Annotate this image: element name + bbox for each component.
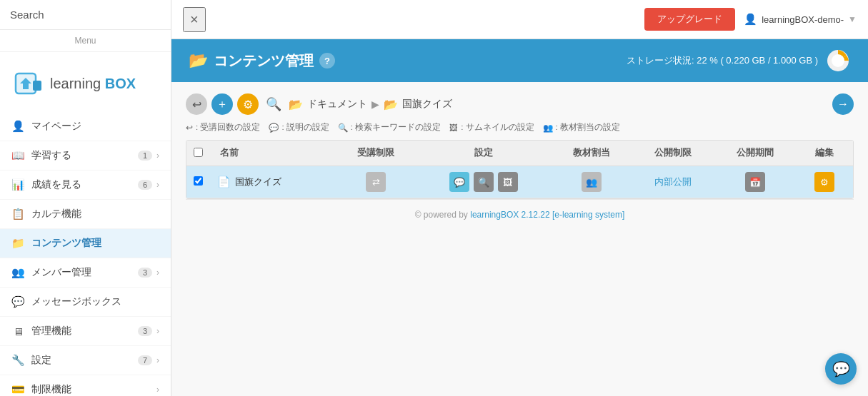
col-edit: 編集 bbox=[796, 141, 853, 166]
legend-icon-4: 🖼 bbox=[449, 123, 458, 132]
legend-row: ↩ : 受講回数の設定 💬 : 説明の設定 🔍 : 検索キーワードの設定 🖼 :… bbox=[186, 122, 854, 133]
chevron-icon: › bbox=[156, 180, 159, 190]
sidebar-item-results[interactable]: 📊 成績を見る 6 › bbox=[0, 171, 171, 200]
keyword-button[interactable]: 🔍 bbox=[474, 172, 494, 192]
sidebar-item-messages[interactable]: 💬 メッセージボックス bbox=[0, 288, 171, 317]
add-button[interactable]: ＋ bbox=[211, 93, 233, 115]
public-restriction-label: 内部公開 bbox=[654, 177, 692, 187]
upgrade-button[interactable]: アップグレード bbox=[644, 8, 735, 31]
page-title: コンテンツ管理 bbox=[214, 51, 314, 71]
table-row: 📄 国旗クイズ ⇄ 💬 🔍 🖼 � bbox=[186, 166, 853, 198]
messages-icon: 💬 bbox=[11, 295, 24, 308]
sidebar-search-label: Search bbox=[0, 0, 171, 30]
search-button[interactable]: 🔍 bbox=[263, 93, 284, 115]
topbar: × アップグレード 👤 learningBOX-demo- ▼ bbox=[171, 0, 868, 39]
description-button[interactable]: 💬 bbox=[449, 172, 469, 192]
chat-bubble[interactable]: 💬 bbox=[825, 353, 857, 385]
storage-text: ストレージ状況: 22 % ( 0.220 GB / 1.000 GB ) bbox=[627, 54, 818, 67]
content-table: 名前 受講制限 設定 教材割当 公開制限 公開期間 編集 📄 bbox=[186, 140, 854, 199]
close-button[interactable]: × bbox=[183, 7, 206, 32]
breadcrumb-folder-icon: 📂 bbox=[289, 98, 303, 111]
user-name: learningBOX-demo- bbox=[762, 14, 844, 25]
quiz-icon: 📄 bbox=[217, 176, 231, 188]
legend-label-2: : 説明の設定 bbox=[281, 122, 329, 133]
assignment-button[interactable]: 👥 bbox=[582, 172, 602, 192]
toolbar-right: → bbox=[832, 93, 854, 115]
navigate-button[interactable]: → bbox=[832, 93, 854, 115]
legend-icon-3: 🔍 bbox=[338, 123, 348, 133]
content-area: ↩ ＋ ⚙ 🔍 📂 ドキュメント ▶ 📂 国旗クイズ → ↩ : 受講回数の設定… bbox=[171, 82, 868, 396]
legend-label-4: : サムネイルの設定 bbox=[461, 122, 534, 133]
footer-text: © powered by bbox=[415, 210, 471, 220]
billing-icon: 💳 bbox=[11, 383, 24, 396]
sidebar-item-billing[interactable]: 💳 制限機能 › bbox=[0, 375, 171, 396]
svg-rect-2 bbox=[33, 81, 41, 91]
help-button[interactable]: ? bbox=[319, 53, 335, 68]
learning-icon: 📖 bbox=[11, 149, 24, 162]
settings-button[interactable]: ⚙ bbox=[237, 93, 259, 115]
item-name: 📄 国旗クイズ bbox=[217, 176, 328, 188]
sidebar-nav: 👤 マイページ 📖 学習する 1 › 📊 成績を見る 6 › 📋 カルテ機能 📁… bbox=[0, 112, 171, 396]
col-access: 受講制限 bbox=[335, 141, 417, 166]
sidebar-item-contents[interactable]: 📁 コンテンツ管理 bbox=[0, 229, 171, 258]
dropdown-arrow-icon: ▼ bbox=[848, 14, 857, 24]
topbar-right: アップグレード 👤 learningBOX-demo- ▼ bbox=[644, 8, 857, 31]
thumbnail-button[interactable]: 🖼 bbox=[498, 172, 518, 192]
footer-link[interactable]: learningBOX 2.12.22 [e-learning system] bbox=[470, 210, 624, 220]
user-icon: 👤 bbox=[744, 13, 757, 26]
access-limit-button[interactable]: ⇄ bbox=[366, 172, 386, 192]
sidebar-item-admin[interactable]: 🖥 管理機能 3 › bbox=[0, 317, 171, 346]
col-assignment: 教材割当 bbox=[550, 141, 632, 166]
sidebar-item-karte[interactable]: 📋 カルテ機能 bbox=[0, 200, 171, 229]
legend-label-5: : 教材割当の設定 bbox=[556, 122, 620, 133]
breadcrumb: 📂 ドキュメント ▶ 📂 国旗クイズ bbox=[289, 98, 452, 111]
sidebar-item-mypage[interactable]: 👤 マイページ bbox=[0, 112, 171, 141]
breadcrumb-current: 国旗クイズ bbox=[402, 98, 452, 111]
sidebar-logo: learning BOX bbox=[0, 52, 171, 112]
chevron-icon: › bbox=[156, 385, 159, 395]
chevron-icon: › bbox=[156, 268, 159, 278]
footer: © powered by learningBOX 2.12.22 [e-lear… bbox=[186, 199, 854, 230]
col-publish-period: 公開期間 bbox=[714, 141, 797, 166]
row-checkbox[interactable] bbox=[194, 176, 203, 186]
folder-icon: 📂 bbox=[189, 51, 208, 70]
page-header-left: 📂 コンテンツ管理 ? bbox=[189, 51, 335, 71]
legend-label-1: : 受講回数の設定 bbox=[196, 122, 260, 133]
col-name: 名前 bbox=[210, 141, 335, 166]
contents-icon: 📁 bbox=[11, 237, 24, 250]
settings-icon: 🔧 bbox=[11, 354, 24, 367]
logo-text: learning BOX bbox=[50, 76, 136, 91]
chevron-icon: › bbox=[156, 326, 159, 336]
chevron-icon: › bbox=[156, 355, 159, 365]
legend-label-3: : 検索キーワードの設定 bbox=[351, 122, 441, 133]
breadcrumb-arrow-icon: ▶ bbox=[371, 98, 379, 110]
chevron-icon: › bbox=[156, 151, 159, 161]
logo-icon bbox=[13, 68, 44, 99]
admin-icon: 🖥 bbox=[11, 325, 24, 337]
legend-icon-1: ↩ bbox=[186, 123, 193, 133]
select-all-checkbox[interactable] bbox=[194, 148, 203, 157]
page-header: 📂 コンテンツ管理 ? ストレージ状況: 22 % ( 0.220 GB / 1… bbox=[171, 39, 868, 82]
main-area: × アップグレード 👤 learningBOX-demo- ▼ 📂 コンテンツ管… bbox=[171, 0, 868, 396]
chat-icon: 💬 bbox=[832, 360, 850, 377]
storage-info: ストレージ状況: 22 % ( 0.220 GB / 1.000 GB ) bbox=[627, 48, 851, 73]
mypage-icon: 👤 bbox=[11, 120, 24, 133]
legend-icon-2: 💬 bbox=[269, 123, 279, 133]
breadcrumb-root: ドキュメント bbox=[307, 98, 367, 111]
user-menu[interactable]: 👤 learningBOX-demo- ▼ bbox=[744, 13, 857, 26]
breadcrumb-folder2-icon: 📂 bbox=[384, 98, 398, 111]
storage-pie-chart bbox=[825, 48, 851, 73]
back-button[interactable]: ↩ bbox=[186, 93, 207, 115]
results-icon: 📊 bbox=[11, 178, 24, 191]
sidebar-item-learning[interactable]: 📖 学習する 1 › bbox=[0, 141, 171, 171]
sidebar-item-members[interactable]: 👥 メンバー管理 3 › bbox=[0, 258, 171, 288]
sidebar-item-settings[interactable]: 🔧 設定 7 › bbox=[0, 346, 171, 375]
toolbar: ↩ ＋ ⚙ 🔍 📂 ドキュメント ▶ 📂 国旗クイズ → bbox=[186, 93, 854, 115]
item-label: 国旗クイズ bbox=[235, 176, 281, 188]
members-icon: 👥 bbox=[11, 266, 24, 279]
edit-button[interactable]: ⚙ bbox=[814, 172, 834, 192]
col-public-restrict: 公開制限 bbox=[632, 141, 714, 166]
karte-icon: 📋 bbox=[11, 208, 24, 220]
calendar-button[interactable]: 📅 bbox=[745, 172, 765, 192]
svg-point-4 bbox=[832, 54, 844, 67]
